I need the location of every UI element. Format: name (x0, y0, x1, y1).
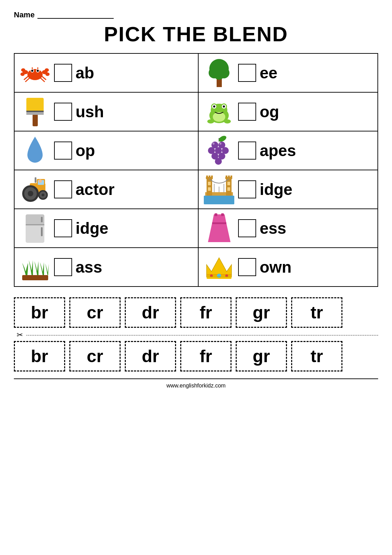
name-underline (37, 11, 114, 19)
cut-line (26, 335, 378, 335)
cell-grapes: apes (198, 131, 378, 170)
tree-icon (203, 57, 235, 88)
blend-tile-tr1[interactable]: tr (291, 297, 342, 328)
blend-tile-br1[interactable]: br (14, 297, 65, 328)
cell-crab: ab (14, 53, 198, 92)
name-label: Name (14, 10, 35, 19)
answer-box-crab[interactable] (54, 64, 72, 82)
ending-op: op (76, 141, 95, 160)
table-row: ab ee (14, 53, 378, 92)
answer-box-tractor[interactable] (54, 180, 72, 198)
tractor-icon (19, 174, 51, 205)
svg-rect-69 (226, 176, 227, 178)
ending-ush: ush (76, 102, 104, 121)
scissors-icon: ✂ (17, 331, 23, 340)
footer-url: www.englishforkidz.com (14, 378, 378, 389)
svg-point-14 (37, 70, 39, 72)
ending-idge-fridge: idge (76, 219, 108, 238)
blend-tile-gr2[interactable]: gr (236, 341, 287, 372)
ending-own: own (260, 258, 291, 276)
drop-icon (19, 135, 51, 166)
answer-box-frog[interactable] (238, 103, 256, 121)
blend-tile-fr1[interactable]: fr (180, 297, 232, 328)
table-row: idge (14, 209, 378, 248)
blend-row-2: br cr dr fr gr tr (14, 341, 378, 372)
svg-point-6 (45, 72, 50, 76)
answer-box-tree[interactable] (238, 64, 256, 82)
svg-point-55 (28, 191, 33, 196)
svg-point-59 (38, 179, 42, 183)
cell-frog: og (198, 92, 378, 131)
answer-box-fridge[interactable] (54, 219, 72, 237)
svg-point-58 (42, 194, 44, 196)
answer-box-dress[interactable] (238, 219, 256, 237)
svg-rect-88 (22, 275, 48, 280)
svg-rect-70 (228, 176, 230, 178)
cell-crown: own (198, 248, 378, 287)
ending-idge-bridge: idge (260, 180, 293, 199)
svg-point-33 (223, 105, 225, 108)
blend-tile-br2[interactable]: br (14, 341, 65, 372)
main-grid: ab ee (14, 53, 378, 287)
svg-point-36 (224, 119, 231, 123)
fridge-icon (19, 213, 51, 244)
blend-row-1: br cr dr fr gr tr (14, 297, 378, 328)
answer-box-brush[interactable] (54, 103, 72, 121)
svg-point-46 (215, 158, 222, 165)
svg-rect-25 (26, 112, 44, 115)
bridge-icon (203, 174, 235, 205)
table-row: ush (14, 92, 378, 131)
blend-tile-dr1[interactable]: dr (125, 297, 176, 328)
answer-box-grapes[interactable] (238, 142, 256, 160)
answer-box-bridge[interactable] (238, 180, 256, 198)
cell-grass: ass (14, 248, 198, 287)
svg-rect-85 (215, 213, 217, 216)
paintbrush-icon (19, 96, 51, 127)
table-row: op (14, 131, 378, 170)
blend-tile-cr1[interactable]: cr (69, 297, 121, 328)
page-title: PICK THE BLEND (14, 22, 378, 46)
table-row: ass (14, 248, 378, 287)
table-row: actor (14, 170, 378, 209)
ending-apes: apes (260, 141, 296, 160)
svg-rect-68 (211, 176, 213, 178)
cell-bridge: idge (198, 170, 378, 209)
crab-icon (19, 57, 51, 88)
svg-rect-24 (33, 114, 38, 126)
blend-tile-fr2[interactable]: fr (180, 341, 232, 372)
svg-point-3 (20, 72, 25, 76)
svg-rect-77 (208, 187, 211, 191)
cell-drop: op (14, 131, 198, 170)
svg-rect-76 (227, 182, 230, 185)
svg-point-13 (31, 70, 33, 72)
answer-box-crown[interactable] (238, 258, 256, 276)
blend-tile-dr2[interactable]: dr (125, 341, 176, 372)
cell-fridge: idge (14, 209, 198, 248)
blend-section: br cr dr fr gr tr ✂ br cr dr fr gr tr (14, 297, 378, 372)
blend-tile-cr2[interactable]: cr (69, 341, 121, 372)
answer-box-grass[interactable] (54, 258, 72, 276)
svg-rect-78 (227, 187, 230, 191)
cell-tree: ee (198, 53, 378, 92)
svg-point-47 (212, 143, 215, 145)
grapes-icon (203, 135, 235, 166)
blend-tile-tr2[interactable]: tr (291, 341, 342, 372)
cell-paintbrush: ush (14, 92, 198, 131)
svg-rect-60 (204, 196, 234, 204)
svg-rect-67 (209, 176, 210, 178)
blend-tile-gr1[interactable]: gr (236, 297, 287, 328)
answer-box-drop[interactable] (54, 142, 72, 160)
svg-point-2 (21, 68, 25, 72)
ending-og: og (260, 102, 279, 121)
name-section: Name (14, 10, 378, 19)
svg-point-32 (213, 105, 215, 108)
svg-rect-52 (35, 177, 36, 183)
cell-tractor: actor (14, 170, 198, 209)
ending-ass: ass (76, 258, 102, 276)
svg-rect-71 (230, 176, 232, 178)
ending-ee: ee (260, 63, 277, 82)
svg-rect-86 (221, 213, 224, 216)
svg-point-91 (217, 274, 221, 278)
scissors-divider: ✂ (14, 331, 378, 340)
svg-rect-82 (41, 217, 43, 222)
